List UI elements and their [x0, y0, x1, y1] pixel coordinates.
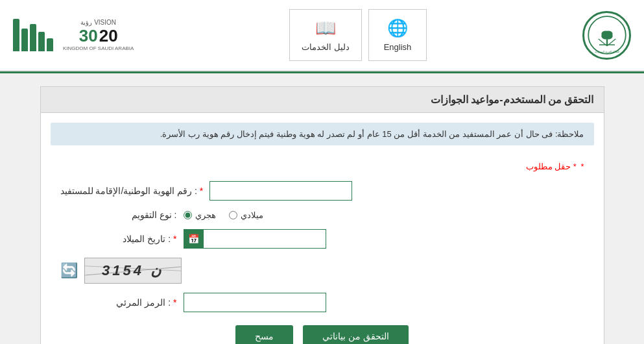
- birthdate-row: 📅 * : تاريخ الميلاد: [60, 229, 584, 249]
- miladi-radio[interactable]: [229, 211, 237, 219]
- header: المملكة العربية السعودية 🌐 English 📖 دلي…: [0, 0, 644, 71]
- saudi-emblem: المملكة العربية السعودية: [582, 11, 631, 60]
- absher-bars-logo: [13, 19, 53, 51]
- hijri-label: هجري: [195, 210, 216, 220]
- header-nav: 🌐 English 📖 دليل الخدمات: [289, 9, 427, 61]
- book-icon: 📖: [315, 18, 336, 38]
- globe-icon: 🌐: [387, 18, 408, 38]
- miladi-label: ميلادي: [241, 210, 263, 220]
- bar-2: [38, 32, 45, 51]
- vision-text: VISION رؤية: [80, 19, 116, 26]
- captcha-image: ن 3154: [84, 258, 182, 284]
- id-field-row: * : رقم الهوية الوطنية/الإقامة للمستفيد: [60, 181, 584, 201]
- notice-text: ملاحظة: فى حال أن عمر المستفيد من الخدمة…: [160, 129, 584, 139]
- hijri-option[interactable]: هجري: [184, 210, 216, 220]
- brand-logos: VISION رؤية 20 30 KINGDOM OF SAUDI ARABI…: [13, 19, 134, 51]
- captcha-input[interactable]: [184, 293, 326, 312]
- refresh-captcha-button[interactable]: 🔄: [60, 262, 78, 279]
- calendar-type-row: ميلادي هجري : نوع التقويم: [60, 210, 584, 220]
- required-note: * * حقل مطلوب: [60, 162, 584, 171]
- captcha-label: * : الرمز المرئي: [60, 297, 177, 308]
- refresh-icon: 🔄: [60, 262, 78, 279]
- calendar-icon-btn[interactable]: 📅: [184, 230, 204, 248]
- form-title-bar: التحقق من المستخدم-مواعيد الجوازات: [41, 87, 604, 113]
- form-body: * * حقل مطلوب * : رقم الهوية الوطنية/الإ…: [41, 155, 604, 344]
- year-20: 20: [99, 27, 118, 44]
- notice-bar: ملاحظة: فى حال أن عمر المستفيد من الخدمة…: [51, 123, 594, 145]
- clear-button[interactable]: مسح: [235, 325, 293, 344]
- id-input[interactable]: [209, 181, 352, 201]
- date-input-wrapper: 📅: [184, 229, 326, 249]
- logo-area: المملكة العربية السعودية: [582, 11, 631, 60]
- year-30: 30: [79, 27, 98, 44]
- birthdate-label: * : تاريخ الميلاد: [60, 234, 177, 244]
- captcha-input-row: * : الرمز المرئي: [60, 293, 584, 312]
- bar-1: [47, 38, 53, 51]
- miladi-option[interactable]: ميلادي: [229, 210, 263, 220]
- calendar-radio-group: ميلادي هجري: [184, 210, 263, 220]
- bar-5: [13, 19, 19, 51]
- svg-text:المملكة العربية السعودية: المملكة العربية السعودية: [595, 50, 619, 53]
- captcha-display-text: ن 3154: [102, 262, 163, 279]
- captcha-required-star: *: [173, 297, 176, 308]
- birthdate-input[interactable]: [204, 232, 326, 247]
- form-title: التحقق من المستخدم-مواعيد الجوازات: [431, 94, 594, 105]
- services-guide-label: دليل الخدمات: [302, 42, 350, 52]
- form-container: التحقق من المستخدم-مواعيد الجوازات ملاحظ…: [40, 86, 604, 344]
- calendar-icon: 📅: [188, 234, 199, 244]
- hijri-radio[interactable]: [184, 211, 192, 219]
- english-label: English: [384, 42, 412, 52]
- id-required-star: *: [200, 186, 203, 196]
- bar-3: [30, 24, 36, 51]
- english-button[interactable]: 🌐 English: [368, 9, 427, 61]
- header-separator: [0, 71, 644, 73]
- svg-point-4: [603, 32, 611, 37]
- bar-4: [21, 29, 28, 51]
- captcha-image-row: ن 3154 🔄: [60, 258, 584, 284]
- main-content: التحقق من المستخدم-مواعيد الجوازات ملاحظ…: [30, 86, 614, 344]
- emblem-svg: المملكة العربية السعودية: [588, 16, 626, 55]
- calendar-type-label: : نوع التقويم: [60, 210, 177, 220]
- vision-2030-logo: VISION رؤية 20 30 KINGDOM OF SAUDI ARABI…: [63, 19, 134, 51]
- kingdom-label: KINGDOM OF SAUDI ARABIA: [63, 45, 134, 51]
- birthdate-required-star: *: [173, 234, 176, 244]
- verify-button[interactable]: التحقق من بياناتي: [303, 325, 409, 344]
- services-guide-button[interactable]: 📖 دليل الخدمات: [289, 9, 362, 61]
- id-label: * : رقم الهوية الوطنية/الإقامة للمستفيد: [60, 186, 204, 196]
- required-star: *: [580, 162, 584, 171]
- form-buttons: التحقق من بياناتي مسح: [60, 325, 584, 344]
